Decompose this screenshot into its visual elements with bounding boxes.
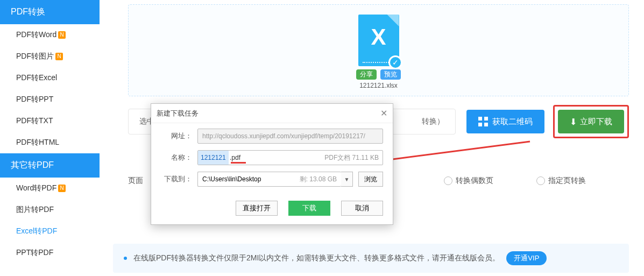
sidebar: PDF转换 PDF转WordN PDF转图片N PDF转Excel PDF转PP… [0,0,100,264]
excel-x-icon: X [371,24,386,50]
url-input [197,129,383,144]
sidebar-item-word-to-pdf[interactable]: Word转PDFN [0,178,100,199]
destination-dropdown-button[interactable]: ▼ [341,172,353,187]
filename-selected-text: 1212121 [198,151,229,165]
vip-message: 在线版PDF转换器转换文件仅限于2MI以内文件，如需转换更大文件、转换更多格式文… [133,253,500,263]
free-space-text: 剩: 13.08 GB [300,172,337,187]
sidebar-item-pdf-to-image[interactable]: PDF转图片N [0,46,100,67]
download-now-button[interactable]: ⬇ 立即下载 [558,110,624,133]
url-label: 网址： [161,131,192,141]
radio-even-pages[interactable]: 转换偶数页 [444,176,493,186]
sidebar-item-pdf-to-word[interactable]: PDF转WordN [0,24,100,46]
hot-icon: N [58,185,66,192]
sidebar-item-pdf-to-txt[interactable]: PDF转TXT [0,110,100,132]
download-highlight-box: ⬇ 立即下载 [553,105,629,138]
radio-page-range[interactable]: 指定页转换 [536,176,586,186]
browse-button[interactable]: 浏览 [358,172,383,187]
sidebar-item-excel-to-pdf[interactable]: Excel转PDF [0,221,100,242]
open-directly-button[interactable]: 直接打开 [236,201,278,216]
annotation-underline [231,162,246,164]
sidebar-item-image-to-pdf[interactable]: 图片转PDF [0,199,100,221]
check-icon: ✓ [388,55,402,69]
qrcode-icon [478,117,488,126]
dialog-title: 新建下载任务 [157,109,199,118]
cancel-button[interactable]: 取消 [341,201,383,216]
bullet-icon [124,257,127,260]
dest-label: 下载到： [161,174,192,184]
download-task-dialog: 新建下载任务 ✕ 网址： 名称： 1212121 .pdf PDF文档 71.1… [151,103,393,225]
preview-badge[interactable]: 预览 [380,69,401,80]
file-thumbnail[interactable]: X ✓ [358,15,399,66]
name-label: 名称： [161,153,192,162]
download-icon: ⬇ [570,117,577,127]
sidebar-item-ppt-to-pdf[interactable]: PPT转PDF [0,242,100,264]
file-info-text: PDF文档 71.11 KB [324,150,379,165]
upload-panel: X ✓ 分享 预览 1212121.xlsx [128,4,629,96]
hot-icon: N [55,53,63,60]
sidebar-header-pdf-convert: PDF转换 [0,0,100,24]
hot-icon: N [58,31,66,39]
sidebar-item-pdf-to-ppt[interactable]: PDF转PPT [0,89,100,110]
close-icon[interactable]: ✕ [380,108,387,118]
options-label: 页面 [128,176,143,186]
uploaded-filename: 1212121.xlsx [129,82,628,89]
sidebar-header-other-to-pdf: 其它转PDF [0,153,100,178]
radio-icon [444,176,452,185]
vip-notice-bar: 在线版PDF转换器转换文件仅限于2MI以内文件，如需转换更大文件、转换更多格式文… [113,244,629,273]
sidebar-item-pdf-to-excel[interactable]: PDF转Excel [0,67,100,89]
share-badge[interactable]: 分享 [356,69,377,80]
download-button[interactable]: 下载 [288,201,330,216]
enable-vip-button[interactable]: 开通VIP [506,251,547,265]
sidebar-item-pdf-to-html[interactable]: PDF转HTML [0,132,100,153]
get-qrcode-button[interactable]: 获取二维码 [466,110,544,133]
radio-icon [536,176,545,185]
